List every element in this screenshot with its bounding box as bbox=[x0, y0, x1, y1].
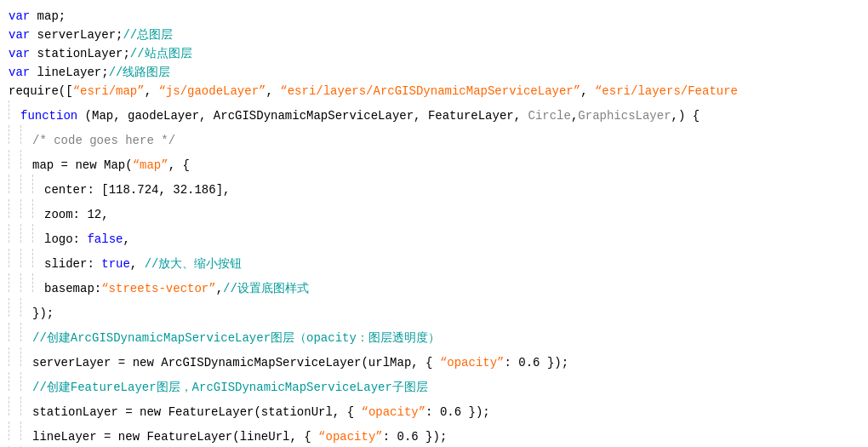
code-line-5: require([“esri/map”, “js/gaodeLayer”, “e… bbox=[0, 82, 868, 100]
code-line-10: zoom: 12, bbox=[0, 199, 868, 224]
code-line-19: lineLayer = new FeatureLayer(lineUrl, { … bbox=[0, 421, 868, 446]
code-line-3: var stationLayer;//站点图层 bbox=[0, 44, 868, 63]
code-line-17: //创建FeatureLayer图层，ArcGISDynamicMapServi… bbox=[0, 372, 868, 397]
code-line-9: center: [118.724, 32.186], bbox=[0, 175, 868, 199]
code-line-15: //创建ArcGISDynamicMapServiceLayer图层（opaci… bbox=[0, 323, 868, 347]
code-line-14: }); bbox=[0, 298, 868, 323]
code-line-12: slider: true, //放大、缩小按钮 bbox=[0, 249, 868, 273]
code-line-11: logo: false, bbox=[0, 224, 868, 249]
code-editor: var map;var serverLayer;//总图层var station… bbox=[0, 0, 868, 447]
code-line-1: var map; bbox=[0, 7, 868, 26]
code-line-4: var lineLayer;//线路图层 bbox=[0, 63, 868, 82]
code-line-2: var serverLayer;//总图层 bbox=[0, 26, 868, 44]
code-line-16: serverLayer = new ArcGISDynamicMapServic… bbox=[0, 347, 868, 372]
code-line-18: stationLayer = new FeatureLayer(stationU… bbox=[0, 397, 868, 421]
code-line-6: function (Map, gaodeLayer, ArcGISDynamic… bbox=[0, 100, 868, 125]
code-line-7: /* code goes here */ bbox=[0, 125, 868, 150]
code-line-8: map = new Map(“map”, { bbox=[0, 150, 868, 175]
code-line-13: basemap:“streets-vector”,//设置底图样式 bbox=[0, 273, 868, 298]
